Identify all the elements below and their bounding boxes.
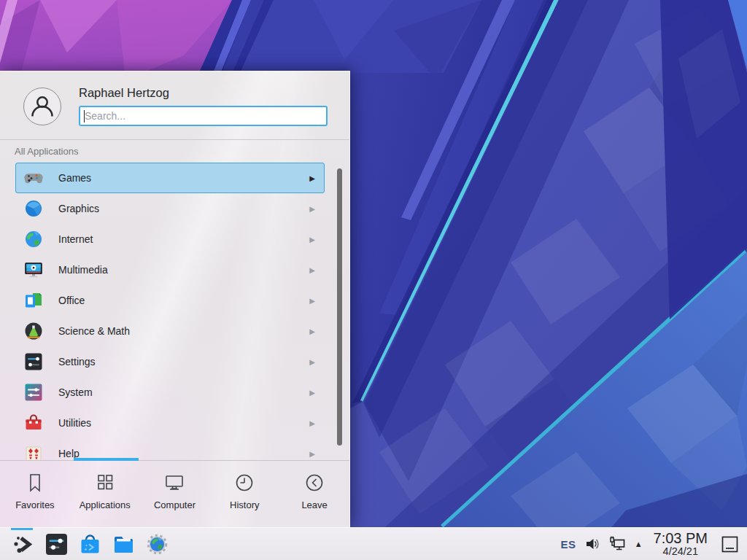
app-launcher-button[interactable] [6,528,39,560]
category-label: Office [58,295,85,306]
system-settings-icon [44,532,69,556]
tab-label: Applications [80,499,131,510]
category-multimedia[interactable]: Multimedia ▶ [15,254,325,285]
application-launcher-menu: Raphael Hertzog All Applications [0,71,350,527]
tab-favorites[interactable]: Favorites [0,461,70,528]
digital-clock[interactable]: 7:03 PM 4/24/21 [654,531,708,557]
clock-date: 4/24/21 [663,545,698,557]
launcher-header: Raphael Hertzog [0,71,349,139]
category-label: Utilities [58,417,91,429]
category-label: Graphics [58,203,99,214]
category-games[interactable]: Games ▶ [15,163,325,193]
computer-icon [163,472,185,494]
show-desktop-icon [720,534,740,554]
submenu-arrow-icon: ▶ [309,327,315,335]
active-app-indicator [11,528,33,530]
clock-icon [233,472,255,494]
tab-label: Favorites [15,499,54,510]
tab-label: Leave [301,499,327,510]
category-label: Science & Math [58,325,130,337]
tab-history[interactable]: History [209,461,279,528]
submenu-arrow-icon: ▶ [309,389,315,397]
search-box[interactable] [79,106,328,126]
category-office[interactable]: Office ▶ [15,285,325,316]
category-utilities[interactable]: Utilities ▶ [15,408,325,438]
tab-leave[interactable]: Leave [279,461,349,528]
grid-icon [94,472,116,494]
settings-icon [24,352,43,371]
submenu-arrow-icon: ▶ [309,205,315,213]
system-tray: ES ▲ 7:03 PM 4/24/21 [561,531,741,557]
network-icon[interactable] [608,535,627,553]
category-list-viewport: Games ▶ Graphics ▶ [0,162,349,460]
list-scrollbar[interactable] [337,168,342,446]
category-label: Games [58,172,91,184]
tab-label: History [230,499,259,510]
clock-time: 7:03 PM [654,531,708,545]
taskbar-panel: ES ▲ 7:03 PM 4/24/21 [0,527,747,560]
category-label: Settings [58,356,96,368]
games-icon [24,168,43,187]
submenu-arrow-icon: ▶ [309,297,315,305]
discover-button[interactable] [73,528,107,560]
system-settings-button[interactable] [39,528,73,560]
science-icon [24,322,43,341]
show-desktop-button[interactable] [720,534,740,554]
expand-tray-caret-icon[interactable]: ▲ [635,540,643,548]
file-manager-button[interactable] [107,528,140,560]
search-input[interactable] [85,107,326,125]
category-science-math[interactable]: Science & Math ▶ [15,316,325,346]
volume-icon[interactable] [584,536,600,552]
tab-label: Computer [154,499,196,510]
header-separator [0,139,349,140]
category-label: Multimedia [58,264,108,276]
leave-icon [303,472,325,494]
graphics-icon [24,199,43,218]
active-tab-indicator [74,458,139,461]
discover-icon [78,532,102,556]
keyboard-layout-indicator[interactable]: ES [561,538,576,551]
user-avatar[interactable] [23,88,61,125]
office-icon [24,291,43,310]
bookmark-icon [24,472,46,494]
category-internet[interactable]: Internet ▶ [15,224,325,254]
utilities-icon [24,413,43,432]
category-label: Internet [58,233,93,245]
submenu-arrow-icon: ▶ [309,266,315,274]
internet-icon [24,230,43,249]
category-list: Games ▶ Graphics ▶ [15,163,325,460]
category-label: System [58,386,93,398]
kickoff-launcher-icon [11,532,35,556]
submenu-arrow-icon: ▶ [309,419,315,427]
submenu-arrow-icon: ▶ [309,174,315,182]
tab-computer[interactable]: Computer [140,461,210,528]
user-person-icon [26,90,58,122]
category-help[interactable]: Help ▶ [15,438,325,460]
multimedia-icon [24,260,43,279]
category-system[interactable]: System ▶ [15,377,325,408]
category-graphics[interactable]: Graphics ▶ [15,193,325,224]
launcher-tab-bar: Favorites Applications Computer [0,460,349,528]
submenu-arrow-icon: ▶ [309,450,315,458]
user-name: Raphael Hertzog [79,86,169,100]
submenu-arrow-icon: ▶ [309,358,315,366]
category-settings[interactable]: Settings ▶ [15,346,325,377]
desktop: Raphael Hertzog All Applications [0,0,747,560]
dolphin-folder-icon [112,532,136,556]
tab-applications[interactable]: Applications [70,461,140,528]
browser-globe-icon [145,532,169,556]
web-browser-button[interactable] [140,528,174,560]
submenu-arrow-icon: ▶ [309,236,315,244]
help-icon [24,444,43,460]
section-label: All Applications [15,146,78,157]
system-icon [24,383,43,402]
